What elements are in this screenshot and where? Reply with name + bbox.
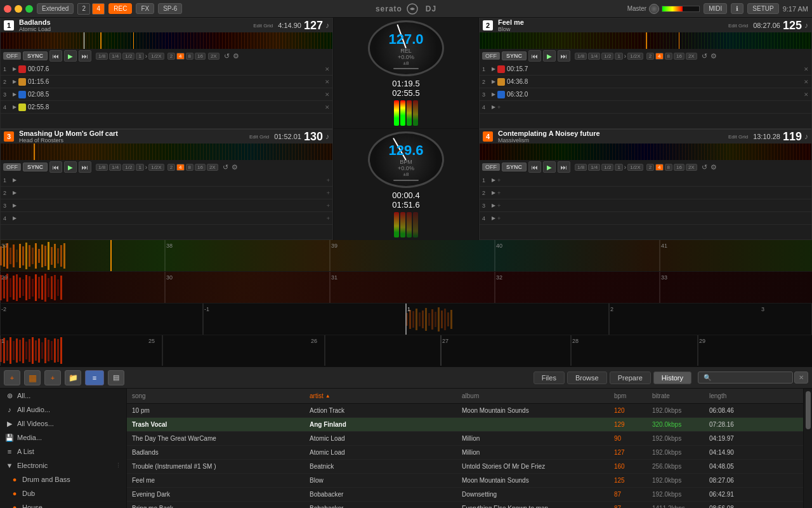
master-knob[interactable] — [649, 4, 659, 14]
sidebar-item-electronic[interactable]: ▼ Electronic ⋮ — [0, 458, 126, 472]
minimize-window-btn[interactable] — [15, 5, 22, 13]
info-btn[interactable]: ℹ — [731, 3, 743, 14]
waveform-deck4[interactable]: 1 25 26 27 28 29 — [0, 335, 812, 366]
d4-bg-1/2x[interactable]: 1/2X — [627, 164, 643, 171]
d2-bg-1/2x[interactable]: 1/2X — [627, 53, 643, 60]
deck-num-4[interactable]: 4 — [92, 3, 105, 15]
cue-delete-2-1[interactable]: ✕ — [804, 66, 809, 72]
deck-3-sync-btn[interactable]: SYNC — [23, 163, 48, 171]
extended-mode-btn[interactable]: Extended — [37, 3, 74, 14]
d3-bg-16[interactable]: 16 — [195, 164, 206, 171]
fx-btn[interactable]: FX — [136, 3, 154, 14]
deck-2-prev-btn[interactable]: ⏮ — [528, 50, 541, 62]
d4-bg-2[interactable]: 2 — [646, 164, 654, 171]
deck-1-play-btn[interactable]: ▶ — [64, 50, 77, 62]
cue-add-4-3[interactable]: + — [497, 203, 501, 209]
deck-1-prev-btn[interactable]: ⏮ — [49, 50, 62, 62]
d1-bg-8[interactable]: 8 — [186, 53, 193, 60]
maximize-window-btn[interactable] — [25, 5, 33, 13]
deck-1-next-btn[interactable]: ⏭ — [79, 50, 91, 62]
crate-icon-btn[interactable]: ▦ — [24, 370, 41, 385]
deck-4-play-btn[interactable]: ▶ — [543, 161, 556, 173]
d3-bg-1/8[interactable]: 1/8 — [96, 164, 108, 171]
search-input[interactable] — [698, 371, 793, 384]
deck-2-next-btn[interactable]: ⏭ — [558, 50, 570, 62]
col-header-bitrate[interactable]: bitrate — [650, 392, 707, 399]
deck-3-off-btn[interactable]: OFF — [3, 163, 21, 171]
files-tab[interactable]: Files — [534, 371, 565, 384]
col-header-song[interactable]: song — [129, 392, 307, 399]
cue-add-4-2[interactable]: + — [497, 190, 501, 196]
d1-bg-2[interactable]: 2 — [167, 53, 175, 60]
cue-delete-1-1[interactable]: ✕ — [325, 66, 330, 72]
d3-bg-1[interactable]: 1 — [136, 164, 143, 171]
deck-1-sync-btn[interactable]: SYNC — [23, 51, 48, 60]
cue-delete-1-2[interactable]: ✕ — [325, 79, 330, 85]
sidebar-item-dnb[interactable]: ● Drum and Bass — [0, 472, 126, 486]
deck-4-next-btn[interactable]: ⏭ — [558, 161, 570, 173]
deck-3-edit-grid[interactable]: Edit Grid — [249, 134, 269, 140]
col-header-bpm[interactable]: bpm — [612, 392, 650, 399]
browse-tab[interactable]: Browse — [567, 371, 607, 384]
cue-add-3-4[interactable]: + — [327, 215, 330, 222]
d2-bg-2[interactable]: 2 — [646, 53, 654, 60]
col-header-artist[interactable]: artist ▲ — [307, 392, 459, 399]
cue-add-2-4[interactable]: + — [497, 104, 501, 110]
d1-settings-icon[interactable]: ⚙ — [233, 52, 239, 60]
sidebar-item-all[interactable]: ⊛ All... — [0, 389, 126, 403]
deck-3-prev-btn[interactable]: ⏮ — [49, 161, 62, 173]
setup-btn[interactable]: SETUP — [747, 3, 778, 14]
d3-bg-4[interactable]: 4 — [176, 164, 184, 171]
search-clear-btn[interactable]: ✕ — [794, 371, 808, 384]
track-row-0[interactable]: 10 pm Action Track Moon Mountain Sounds … — [127, 404, 803, 418]
d4-bg-16[interactable]: 16 — [674, 164, 684, 171]
deck-2-edit-grid[interactable]: Edit Grid — [728, 23, 748, 29]
track-row-6[interactable]: Evening Dark Bobabacker Downsetting 87 1… — [127, 488, 803, 502]
d3-bg-2[interactable]: 2 — [167, 164, 175, 171]
col-header-album[interactable]: album — [459, 392, 612, 399]
d4-bg-4[interactable]: 4 — [655, 164, 663, 171]
track-row-4[interactable]: Trouble (Instrumental #1 SM ) Beatnick U… — [127, 460, 803, 474]
d4-bg-1[interactable]: 1 — [615, 164, 622, 171]
waveform-deck2[interactable]: 29 30 31 32 33 — [0, 272, 812, 304]
cue-add-4-1[interactable]: + — [497, 177, 501, 184]
deck-4-edit-grid[interactable]: Edit Grid — [728, 134, 748, 140]
waveform-deck3[interactable]: -2 -1 1 2 3 — [0, 304, 812, 335]
track-row-5[interactable]: Feel me Blow Moon Mountain Sounds 125 19… — [127, 474, 803, 488]
sidebar-item-audio[interactable]: ♪ All Audio... — [0, 403, 126, 417]
sidebar-item-media[interactable]: 💾 Media... — [0, 431, 126, 444]
close-window-btn[interactable] — [4, 5, 11, 13]
deck-2-sync-btn[interactable]: SYNC — [502, 51, 527, 60]
sidebar-item-dub[interactable]: ● Dub — [0, 486, 126, 500]
d2-bg-4[interactable]: 4 — [655, 53, 663, 60]
cue-add-3-3[interactable]: + — [327, 203, 330, 209]
mini-view-btn[interactable]: ▤ — [108, 370, 124, 385]
folder-icon-btn[interactable]: 📁 — [65, 370, 81, 385]
sidebar-item-alist[interactable]: ≡ A List — [0, 444, 126, 458]
d1-bg-1/2[interactable]: 1/2 — [122, 53, 134, 60]
track-row-1[interactable]: Trash Vocal Ang Finland 129 320.0kbps 07… — [127, 418, 803, 432]
d1-bg-1/4[interactable]: 1/4 — [109, 53, 121, 60]
d1-bg-16[interactable]: 16 — [195, 53, 206, 60]
d2-bg-2x[interactable]: 2X — [686, 53, 697, 60]
electronic-handle[interactable]: ⋮ — [115, 462, 121, 469]
d4-settings-icon[interactable]: ⚙ — [710, 163, 717, 171]
sp6-btn[interactable]: SP-6 — [158, 3, 182, 14]
deck-2-off-btn[interactable]: OFF — [482, 52, 500, 60]
prepare-tab[interactable]: Prepare — [610, 371, 651, 384]
track-row-7[interactable]: Bring me Back Bobabacker Everything Else… — [127, 502, 803, 508]
deck-1-off-btn[interactable]: OFF — [3, 52, 21, 60]
d1-bg-1/8[interactable]: 1/8 — [96, 53, 108, 60]
deck-3-play-btn[interactable]: ▶ — [64, 161, 77, 173]
sidebar-item-videos[interactable]: ▶ All Videos... — [0, 417, 126, 431]
cue-delete-1-4[interactable]: ✕ — [325, 104, 330, 110]
d3-settings-icon[interactable]: ⚙ — [232, 163, 238, 171]
scrollbar-thumb[interactable] — [806, 391, 811, 429]
midi-btn[interactable]: MIDI — [704, 3, 727, 14]
sidebar-item-house[interactable]: ● House — [0, 500, 126, 508]
d4-bg-1/4[interactable]: 1/4 — [588, 164, 600, 171]
d2-bg-1[interactable]: 1 — [615, 53, 622, 60]
deck-4-off-btn[interactable]: OFF — [482, 163, 500, 171]
d3-bg-1/4[interactable]: 1/4 — [109, 164, 121, 171]
add-crate-btn[interactable]: + — [4, 370, 20, 385]
